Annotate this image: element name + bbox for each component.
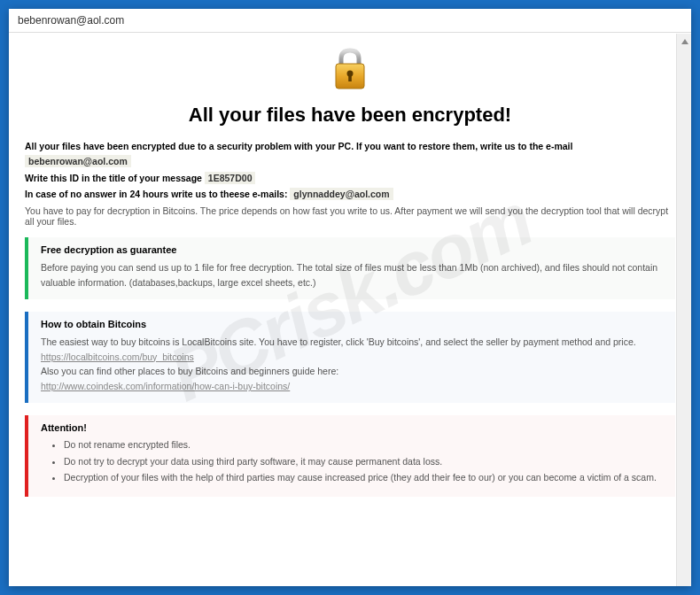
payment-info: You have to pay for decryption in Bitcoi… <box>25 205 675 227</box>
intro-line-3: In case of no answer in 24 hours write u… <box>25 187 675 202</box>
obtain-body: The easiest way to buy bitcoins is Local… <box>41 335 663 394</box>
attention-list: Do not rename encrypted files. Do not tr… <box>41 438 663 485</box>
guarantee-body: Before paying you can send us up to 1 fi… <box>41 260 663 290</box>
main-heading: All your files have been encrypted! <box>25 104 675 127</box>
obtain-section: How to obtain Bitcoins The easiest way t… <box>25 312 675 403</box>
coindesk-link[interactable]: http://www.coindesk.com/information/how-… <box>41 381 290 391</box>
intro-line-2: Write this ID in the title of your messa… <box>25 171 675 186</box>
attention-item: Do not rename encrypted files. <box>64 438 663 452</box>
obtain-text-1: The easiest way to buy bitcoins is Local… <box>41 336 636 347</box>
attention-item: Do not try to decrypt your data using th… <box>64 455 663 469</box>
lock-icon-area <box>25 42 675 98</box>
intro-text-1: All your files have been encrypted due t… <box>25 141 572 151</box>
lock-icon <box>331 47 369 95</box>
svg-rect-2 <box>348 73 352 81</box>
localbitcoins-link[interactable]: https://localbitcoins.com/buy_bitcoins <box>41 352 194 362</box>
attention-title: Attention! <box>41 422 663 433</box>
intro-text-2: Write this ID in the title of your messa… <box>25 173 205 183</box>
ransom-window: bebenrowan@aol.com <box>9 9 691 586</box>
intro-text-3: In case of no answer in 24 hours write u… <box>25 189 290 199</box>
attention-item: Decryption of your files with the help o… <box>64 471 663 485</box>
obtain-text-2: Also you can find other places to buy Bi… <box>41 366 338 376</box>
guarantee-section: Free decryption as guarantee Before payi… <box>25 237 675 299</box>
attention-section: Attention! Do not rename encrypted files… <box>25 415 675 497</box>
message-id: 1E857D00 <box>205 172 256 184</box>
contact-email-1: bebenrowan@aol.com <box>25 155 131 167</box>
guarantee-title: Free decryption as guarantee <box>41 244 663 255</box>
intro-line-1: All your files have been encrypted due t… <box>25 139 675 169</box>
contact-email-2: glynnaddey@aol.com <box>290 188 393 200</box>
content-area: All your files have been encrypted! All … <box>9 33 691 586</box>
window-title: bebenrowan@aol.com <box>18 14 124 27</box>
window-titlebar: bebenrowan@aol.com <box>9 9 691 33</box>
obtain-title: How to obtain Bitcoins <box>41 319 663 329</box>
